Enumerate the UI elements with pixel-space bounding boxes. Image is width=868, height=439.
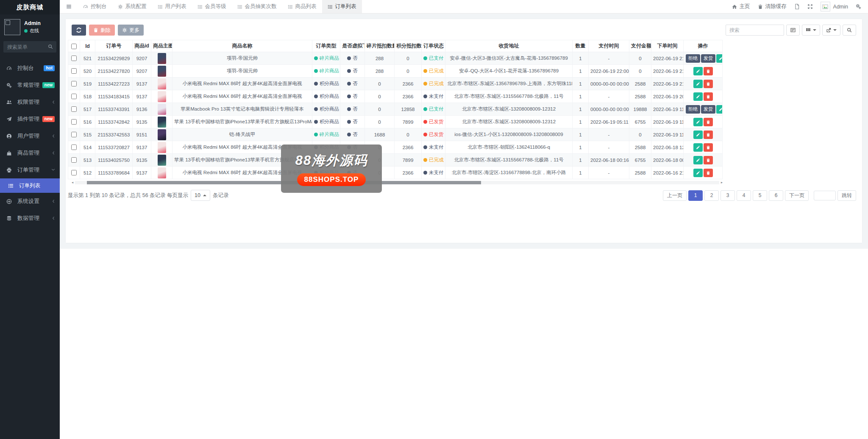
- home-link[interactable]: 主页: [732, 3, 750, 10]
- product-thumbnail[interactable]: [158, 167, 166, 178]
- columns-button[interactable]: [802, 25, 820, 36]
- edit-button[interactable]: [693, 118, 703, 126]
- column-header[interactable]: Id: [80, 40, 95, 52]
- next-page-button[interactable]: 下一页: [785, 190, 809, 201]
- refresh-button[interactable]: [72, 25, 86, 36]
- delete-button[interactable]: 删除: [89, 25, 115, 36]
- page-size-select[interactable]: 10: [191, 190, 210, 201]
- product-thumbnail[interactable]: [158, 129, 166, 140]
- fullscreen-icon[interactable]: [807, 4, 813, 9]
- row-checkbox[interactable]: [71, 170, 77, 175]
- page-button-1[interactable]: 1: [688, 190, 703, 201]
- sidebar-item-goods[interactable]: 商品管理: [0, 144, 60, 161]
- delete-row-button[interactable]: [704, 92, 713, 101]
- sidebar-item-general[interactable]: 常规管理new: [0, 77, 60, 94]
- tab-lottery-times[interactable]: 会员抽奖次数: [232, 0, 282, 13]
- edit-button[interactable]: [716, 54, 723, 63]
- sidebar-item-addon[interactable]: 插件管理new: [0, 111, 60, 128]
- tab-vip-level[interactable]: 会员等级: [192, 0, 232, 13]
- column-header[interactable]: 碎片抵扣数量: [365, 40, 395, 52]
- edit-button[interactable]: [716, 105, 723, 114]
- column-header[interactable]: 支付金额: [629, 40, 651, 52]
- more-button[interactable]: 更多: [118, 25, 144, 36]
- tab-dashboard[interactable]: 控制台: [78, 0, 112, 13]
- row-checkbox[interactable]: [71, 119, 77, 125]
- sidebar-item-order-list[interactable]: 订单列表: [0, 178, 60, 193]
- prev-page-button[interactable]: 上一页: [663, 190, 687, 201]
- delete-row-button[interactable]: [704, 143, 713, 152]
- tab-config[interactable]: 系统配置: [112, 0, 152, 13]
- page-jump-input[interactable]: [814, 191, 836, 200]
- log-file-icon[interactable]: [794, 4, 800, 9]
- row-checkbox[interactable]: [71, 157, 77, 163]
- column-header[interactable]: 支付时间: [589, 40, 629, 52]
- sidebar-toggle-button[interactable]: [60, 0, 78, 13]
- column-header[interactable]: 下单时间: [651, 40, 684, 52]
- product-thumbnail[interactable]: [158, 78, 166, 89]
- page-button-2[interactable]: 2: [704, 190, 719, 201]
- sidebar-item-auth[interactable]: 权限管理: [0, 94, 60, 111]
- column-header[interactable]: 订单号: [95, 40, 133, 52]
- edit-button[interactable]: [693, 169, 703, 177]
- product-thumbnail[interactable]: [158, 91, 166, 102]
- admin-menu[interactable]: Admin: [821, 2, 848, 11]
- delete-row-button[interactable]: [704, 67, 713, 75]
- tab-goods-list[interactable]: 商品列表: [282, 0, 322, 13]
- ship-button[interactable]: 发货: [701, 54, 715, 63]
- delete-row-button[interactable]: [704, 156, 713, 164]
- product-thumbnail[interactable]: [158, 53, 166, 64]
- product-thumbnail[interactable]: [158, 117, 166, 128]
- row-checkbox[interactable]: [71, 132, 77, 137]
- row-checkbox[interactable]: [71, 144, 77, 150]
- page-button-3[interactable]: 3: [721, 190, 735, 201]
- sidebar-item-data[interactable]: 数据管理: [0, 210, 60, 227]
- column-header[interactable]: 积分抵扣数量: [395, 40, 422, 52]
- column-header[interactable]: 商品名称: [172, 40, 312, 52]
- column-header[interactable]: 是否虚拟下单: [340, 40, 365, 52]
- tab-order-list[interactable]: 订单列表: [322, 0, 362, 13]
- select-all-checkbox[interactable]: [71, 44, 77, 49]
- delete-row-button[interactable]: [704, 131, 713, 139]
- column-header[interactable]: 商品id: [133, 40, 151, 52]
- clear-cache-link[interactable]: 清除缓存: [758, 3, 787, 10]
- scroll-right-arrow[interactable]: ►: [719, 181, 724, 184]
- scrollbar-track[interactable]: [75, 181, 719, 184]
- row-checkbox[interactable]: [71, 56, 77, 61]
- column-header[interactable]: 商品主图: [151, 40, 172, 52]
- edit-button[interactable]: [693, 92, 703, 101]
- edit-button[interactable]: [693, 156, 703, 164]
- edit-button[interactable]: [693, 67, 703, 75]
- row-checkbox[interactable]: [71, 106, 77, 112]
- table-search-input[interactable]: [726, 25, 784, 36]
- tab-user-list[interactable]: 用户列表: [152, 0, 192, 13]
- column-header[interactable]: 收货地址: [445, 40, 573, 52]
- search-button[interactable]: [843, 25, 856, 36]
- reject-button[interactable]: 拒绝: [686, 105, 700, 114]
- page-button-5[interactable]: 5: [753, 190, 767, 201]
- reject-button[interactable]: 拒绝: [686, 54, 700, 63]
- sidebar-item-order[interactable]: 订单管理: [0, 161, 60, 178]
- delete-row-button[interactable]: [704, 169, 713, 177]
- detail-view-button[interactable]: [786, 25, 800, 36]
- sidebar-item-dashboard[interactable]: 控制台hot: [0, 60, 60, 77]
- edit-button[interactable]: [693, 80, 703, 88]
- edit-button[interactable]: [693, 143, 703, 152]
- product-thumbnail[interactable]: [158, 142, 166, 153]
- sidebar-item-system[interactable]: 系统设置: [0, 193, 60, 210]
- page-jump-button[interactable]: 跳转: [837, 190, 856, 201]
- edit-button[interactable]: [693, 131, 703, 139]
- ship-button[interactable]: 发货: [701, 105, 715, 114]
- export-button[interactable]: [822, 25, 840, 36]
- page-button-6[interactable]: 6: [769, 190, 783, 201]
- row-checkbox[interactable]: [71, 81, 77, 86]
- product-thumbnail[interactable]: [158, 104, 166, 115]
- column-header[interactable]: 订单状态: [422, 40, 445, 52]
- row-checkbox[interactable]: [71, 68, 77, 74]
- scroll-left-arrow[interactable]: ◄: [70, 181, 75, 184]
- page-button-4[interactable]: 4: [737, 190, 751, 201]
- sidebar-item-user[interactable]: 用户管理: [0, 128, 60, 144]
- delete-row-button[interactable]: [704, 80, 713, 88]
- column-header[interactable]: 数量: [573, 40, 589, 52]
- column-header[interactable]: 订单类型: [312, 40, 340, 52]
- delete-row-button[interactable]: [704, 118, 713, 126]
